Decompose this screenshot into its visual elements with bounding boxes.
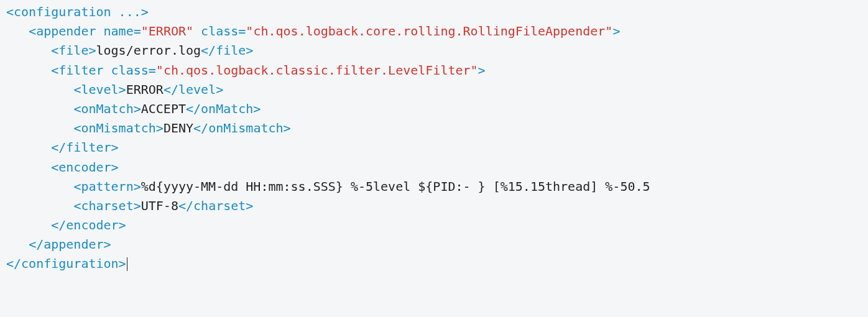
code-line: <charset>UTF-8</charset>	[6, 198, 253, 213]
tag-open: <filter	[51, 63, 103, 78]
code-line: <filter class="ch.qos.logback.classic.fi…	[6, 63, 486, 78]
tag-close: </filter>	[51, 140, 118, 155]
text-node: UTF-8	[141, 198, 178, 213]
code-line: <level>ERROR</level>	[6, 82, 223, 97]
text-cursor-icon	[127, 257, 127, 271]
attr-name: class	[193, 24, 238, 39]
code-line: <file>logs/error.log</file>	[6, 43, 253, 58]
tag-close: </encoder>	[51, 218, 126, 232]
code-line: <appender name="ERROR" class="ch.qos.log…	[6, 24, 620, 39]
code-line: </appender>	[6, 237, 111, 252]
attr-name: name	[96, 24, 134, 39]
tag-close: </appender>	[29, 237, 111, 252]
code-line: </filter>	[6, 140, 119, 155]
tag-close: </onMismatch>	[193, 121, 291, 136]
text-node: ERROR	[126, 82, 164, 97]
tag-open: <file>	[51, 43, 96, 58]
tag-open: <encoder>	[51, 160, 118, 175]
code-line: <onMatch>ACCEPT</onMatch>	[6, 101, 261, 116]
text-node: DENY	[164, 121, 193, 136]
code-line: <onMismatch>DENY</onMismatch>	[6, 121, 291, 136]
text-node: ACCEPT	[141, 101, 186, 116]
code-line: <pattern>%d{yyyy-MM-dd HH:mm:ss.SSS} %-5…	[6, 179, 650, 194]
code-line: <configuration ...>	[6, 4, 149, 19]
tag-open: <pattern>	[73, 179, 141, 194]
tag-close: </level>	[164, 82, 223, 97]
attr-value: "ch.qos.logback.core.rolling.RollingFile…	[246, 24, 612, 39]
code-line: </configuration>	[6, 256, 127, 271]
tag-open: <charset>	[73, 198, 141, 213]
code-block: <configuration ...> <appender name="ERRO…	[0, 0, 868, 277]
tag-close: </charset>	[178, 198, 253, 213]
tag-open: <onMismatch>	[73, 121, 164, 136]
attr-name: class	[104, 63, 149, 78]
attr-value: "ch.qos.logback.classic.filter.LevelFilt…	[156, 63, 478, 78]
tag-open: <level>	[73, 82, 126, 97]
tag-close: </file>	[201, 43, 253, 58]
attr-value: "ERROR"	[141, 24, 193, 39]
code-line: <encoder>	[6, 160, 119, 175]
tag-close: </onMatch>	[186, 101, 261, 116]
text-node: logs/error.log	[96, 43, 201, 58]
code-line: </encoder>	[6, 218, 126, 232]
tag-close: </configuration>	[6, 256, 126, 271]
tag-open: <onMatch>	[73, 101, 141, 116]
tag-open: <appender	[29, 24, 96, 39]
tag-open: <configuration ...>	[6, 4, 149, 19]
text-node: %d{yyyy-MM-dd HH:mm:ss.SSS} %-5level ${P…	[141, 179, 650, 194]
